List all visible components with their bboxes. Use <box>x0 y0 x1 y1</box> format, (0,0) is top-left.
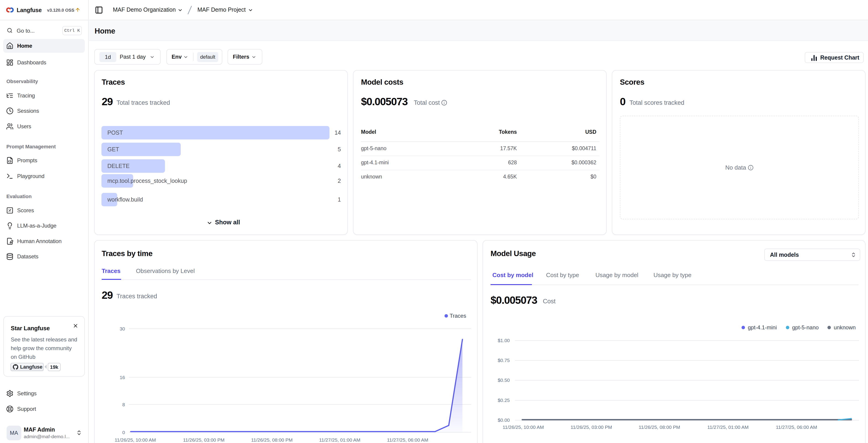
svg-text:11/26/25, 10:00 AM: 11/26/25, 10:00 AM <box>503 424 544 430</box>
svg-text:8: 8 <box>122 402 125 407</box>
svg-text:gpt-5-nano: gpt-5-nano <box>792 325 819 331</box>
svg-text:11/27/25, 01:00 AM: 11/27/25, 01:00 AM <box>319 437 361 443</box>
svg-text:unknown: unknown <box>834 325 856 331</box>
svg-text:16: 16 <box>120 375 125 380</box>
svg-text:$0.00: $0.00 <box>498 417 510 423</box>
svg-text:11/26/25, 03:00 PM: 11/26/25, 03:00 PM <box>570 424 612 430</box>
svg-text:30: 30 <box>120 326 125 331</box>
svg-text:11/26/25, 08:00 PM: 11/26/25, 08:00 PM <box>639 424 680 430</box>
svg-text:11/26/25, 03:00 PM: 11/26/25, 03:00 PM <box>183 437 225 443</box>
svg-text:Traces: Traces <box>450 313 466 319</box>
svg-text:$0.25: $0.25 <box>498 398 510 403</box>
svg-text:$0.50: $0.50 <box>498 377 510 383</box>
svg-text:11/26/25, 10:00 AM: 11/26/25, 10:00 AM <box>115 437 156 443</box>
svg-text:11/27/25, 06:00 AM: 11/27/25, 06:00 AM <box>776 424 817 430</box>
svg-text:0: 0 <box>122 430 125 435</box>
svg-text:11/26/25, 08:00 PM: 11/26/25, 08:00 PM <box>251 437 293 443</box>
svg-text:$0.75: $0.75 <box>498 357 510 363</box>
svg-text:11/27/25, 01:00 AM: 11/27/25, 01:00 AM <box>707 424 749 430</box>
svg-text:$1.00: $1.00 <box>498 338 510 343</box>
svg-text:gpt-4.1-mini: gpt-4.1-mini <box>748 325 777 331</box>
svg-text:11/27/25, 06:00 AM: 11/27/25, 06:00 AM <box>387 437 428 443</box>
